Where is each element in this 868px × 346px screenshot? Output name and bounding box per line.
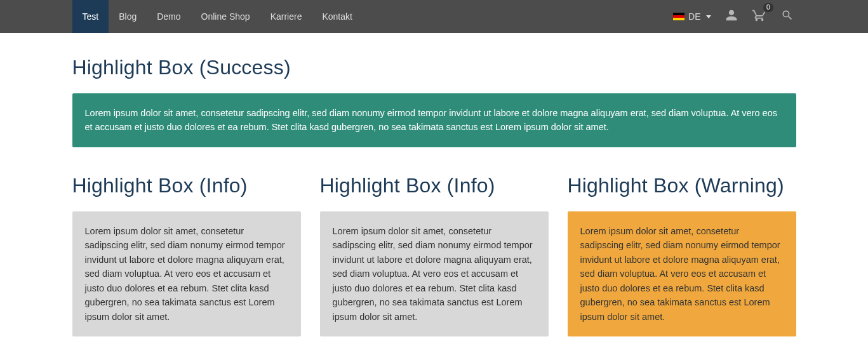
nav-label: Demo [157, 11, 180, 22]
nav-label: Test [83, 11, 99, 22]
highlight-box-success: Lorem ipsum dolor sit amet, consetetur s… [72, 93, 796, 147]
navbar-inner: Test Blog Demo Online Shop Karriere Kont… [72, 0, 796, 33]
nav-label: Online Shop [201, 11, 250, 22]
cart-button[interactable]: 0 [752, 8, 767, 25]
cart-count-badge: 0 [763, 3, 773, 12]
heading-info-1: Highlight Box (Info) [72, 174, 301, 197]
account-button[interactable] [725, 9, 738, 24]
nav-label: Kontakt [322, 11, 352, 22]
col-2: Highlight Box (Info) Lorem ipsum dolor s… [320, 174, 549, 336]
chevron-down-icon [706, 15, 711, 18]
highlight-box-warning: Lorem ipsum dolor sit amet, consetetur s… [568, 211, 796, 336]
main-container: Highlight Box (Success) Lorem ipsum dolo… [72, 33, 796, 336]
nav-right: DE 0 [673, 0, 796, 33]
heading-success: Highlight Box (Success) [72, 56, 796, 79]
nav-item-onlineshop[interactable]: Online Shop [191, 0, 260, 33]
language-selector[interactable]: DE [673, 11, 711, 22]
top-navbar: Test Blog Demo Online Shop Karriere Kont… [0, 0, 868, 33]
heading-warning: Highlight Box (Warning) [568, 174, 796, 197]
nav-item-kontakt[interactable]: Kontakt [312, 0, 362, 33]
box-text: Lorem ipsum dolor sit amet, consetetur s… [85, 108, 777, 132]
highlight-box-info-1: Lorem ipsum dolor sit amet, consetetur s… [72, 211, 301, 336]
lang-code: DE [688, 11, 700, 22]
search-icon [781, 9, 794, 24]
nav-item-karriere[interactable]: Karriere [260, 0, 312, 33]
columns-row: Highlight Box (Info) Lorem ipsum dolor s… [72, 174, 796, 336]
heading-info-2: Highlight Box (Info) [320, 174, 549, 197]
nav-left: Test Blog Demo Online Shop Karriere Kont… [72, 0, 363, 33]
nav-item-test[interactable]: Test [72, 0, 109, 33]
box-text: Lorem ipsum dolor sit amet, consetetur s… [333, 226, 533, 322]
nav-item-demo[interactable]: Demo [147, 0, 190, 33]
highlight-box-info-2: Lorem ipsum dolor sit amet, consetetur s… [320, 211, 549, 336]
nav-item-blog[interactable]: Blog [109, 0, 147, 33]
nav-label: Karriere [270, 11, 302, 22]
col-3: Highlight Box (Warning) Lorem ipsum dolo… [568, 174, 796, 336]
search-button[interactable] [781, 9, 794, 24]
nav-label: Blog [119, 11, 137, 22]
box-text: Lorem ipsum dolor sit amet, consetetur s… [580, 226, 780, 322]
flag-de-icon [673, 13, 684, 20]
user-icon [725, 9, 738, 24]
col-1: Highlight Box (Info) Lorem ipsum dolor s… [72, 174, 301, 336]
box-text: Lorem ipsum dolor sit amet, consetetur s… [85, 226, 285, 322]
